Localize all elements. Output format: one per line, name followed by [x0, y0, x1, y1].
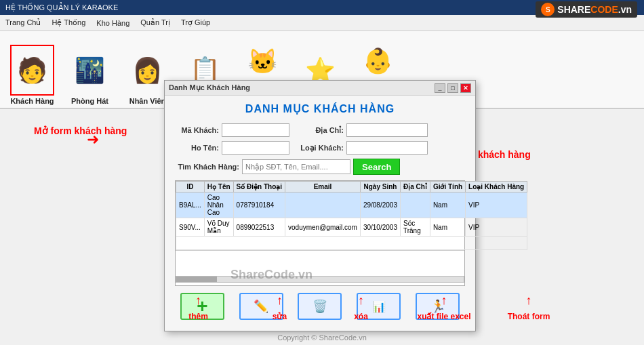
dialog-main-title: DANH MỤC KHÁCH HÀNG — [175, 102, 465, 115]
menu-tro-giup[interactable]: Trợ Giúp — [181, 18, 210, 27]
cell-email — [285, 192, 361, 218]
loai-khach-label: Loại Khách: — [300, 144, 344, 153]
form-group-loai-khach: Loại Khách: — [300, 141, 428, 155]
cell-sdt: 0787910184 — [233, 192, 285, 218]
watermark: ShareCode.vn — [230, 268, 313, 282]
data-table-wrap: ID Họ Tên Số Điện Thoại Email Ngày Sinh … — [175, 180, 465, 286]
arrow-sua: ↑ — [258, 293, 302, 308]
search-row: Tìm Khách Hàng: Search — [175, 159, 465, 175]
bottom-label-row: thêm sửa xóa xuất file excel Thoát form — [176, 312, 556, 321]
cell-type: VIP — [466, 192, 527, 218]
menu-he-thong[interactable]: Hệ Thống — [52, 18, 85, 27]
col-header-sdt: Số Điện Thoại — [233, 182, 285, 192]
label-thoat-form: Thoát form — [502, 312, 556, 321]
nhan-vien-icon: 👩 — [125, 45, 169, 96]
logo-icon: S — [541, 3, 555, 16]
cell-type: VIP — [466, 218, 527, 237]
col-header-id: ID — [176, 182, 205, 192]
cell-id: S90V... — [176, 218, 205, 237]
col-header-email: Email — [285, 182, 361, 192]
iconbar-item-khach-hang[interactable]: 🧑 Khách Hàng — [7, 45, 58, 105]
dialog-title-text: Danh Mục Khách Hàng — [169, 83, 250, 92]
annotation-mo-form: Mở form khách hàng — [34, 125, 127, 136]
cell-sdt: 0899022513 — [233, 218, 285, 237]
cell-email: voduymen@gmail.com — [285, 218, 361, 237]
search-input[interactable] — [242, 159, 350, 174]
cell-dia-chi: Sóc Trăng — [400, 218, 430, 237]
table-row[interactable]: B9AL... Cao Nhân Cao 0787910184 29/08/20… — [176, 192, 527, 218]
bottom-arrows: ↑ ↑ ↑ ↑ ↑ — [176, 293, 556, 308]
form-row-2: Ho Tên: Loại Khách: — [175, 141, 465, 155]
ho-ten-label: Ho Tên: — [175, 144, 219, 152]
dia-chi-label: Địa Chỉ: — [300, 126, 344, 135]
logo: S SHARECODE.vn — [536, 1, 637, 18]
cell-ho-ten: Cao Nhân Cao — [204, 192, 233, 218]
table-scrollbar[interactable] — [176, 276, 464, 283]
table-textarea-area — [176, 250, 464, 276]
dich-vu-icon: 🐱 — [241, 36, 285, 87]
copyright: Copyright © ShareCode.vn — [0, 333, 644, 342]
form-group-dia-chi: Địa Chỉ: — [300, 123, 428, 137]
table-row[interactable]: S90V... Võ Duy Mẫn 0899022513 voduymen@g… — [176, 218, 527, 237]
search-label: Tìm Khách Hàng: — [175, 163, 239, 171]
dia-chi-input[interactable] — [346, 123, 428, 137]
cell-dob: 29/08/2003 — [360, 192, 400, 218]
col-header-dob: Ngày Sinh — [360, 182, 400, 192]
col-header-dia-chi: Địa Chỉ — [400, 182, 430, 192]
col-header-loai-kh: Loại Khách Hàng — [466, 182, 527, 192]
menu-trang-chu[interactable]: Trang Chủ — [5, 18, 41, 27]
titlebar-text: HỆ THỐNG QUẢN LÝ KARAOKE — [5, 3, 118, 12]
thoat-icon: 👶 — [356, 35, 400, 86]
ma-khach-label: Mã Khách: — [175, 126, 219, 134]
form-group-ma-khach: Mã Khách: — [175, 123, 289, 137]
cell-ho-ten: Võ Duy Mẫn — [204, 218, 233, 237]
cell-gender: Nam — [430, 218, 465, 237]
label-them: thêm — [176, 312, 220, 321]
cell-id: B9AL... — [176, 192, 205, 218]
scrollbar-thumb — [176, 277, 217, 282]
menu-quan-tri[interactable]: Quản Trị — [140, 18, 170, 27]
arrow-thoat-form: ↑ — [502, 293, 556, 308]
dialog-close-button[interactable]: ✕ — [460, 83, 471, 93]
cell-gender: Nam — [430, 192, 465, 218]
phong-hat-icon: 🌃 — [68, 45, 112, 96]
menu-kho-hang[interactable]: Kho Hàng — [96, 19, 129, 27]
table-header-row: ID Họ Tên Số Điện Thoại Email Ngày Sinh … — [176, 182, 527, 192]
form-group-ho-ten: Ho Tên: — [175, 141, 289, 155]
dialog-maximize-button[interactable]: □ — [447, 83, 458, 93]
arrow-xoa: ↑ — [339, 293, 383, 308]
table-body: B9AL... Cao Nhân Cao 0787910184 29/08/20… — [176, 192, 527, 250]
cell-dob: 30/10/2003 — [360, 218, 400, 237]
ho-ten-input[interactable] — [222, 141, 289, 155]
dialog-titlebar: Danh Mục Khách Hàng _ □ ✕ — [165, 81, 475, 96]
ma-khach-input[interactable] — [222, 123, 289, 137]
dialog-controls: _ □ ✕ — [435, 83, 471, 93]
col-header-gioi-tinh: Giới Tính — [430, 182, 465, 192]
label-xoa: xóa — [339, 312, 383, 321]
arrow-them: ↑ — [176, 293, 220, 308]
label-sua: sửa — [258, 312, 302, 321]
table-row-empty — [176, 237, 527, 250]
khach-hang-icon: 🧑 — [10, 45, 54, 96]
iconbar-item-phong-hat[interactable]: 🌃 Phòng Hát — [64, 45, 115, 105]
arrow-mo-form: ➜ — [87, 131, 99, 148]
form-row-1: Mã Khách: Địa Chỉ: — [175, 123, 465, 137]
label-xuat-excel: xuất file excel — [417, 312, 471, 321]
table-header: ID Họ Tên Số Điện Thoại Email Ngày Sinh … — [176, 182, 527, 192]
search-button[interactable]: Search — [353, 159, 400, 175]
data-table: ID Họ Tên Số Điện Thoại Email Ngày Sinh … — [176, 181, 527, 250]
arrow-xuat-excel: ↑ — [417, 293, 471, 308]
cell-dia-chi — [400, 192, 430, 218]
loai-khach-input[interactable] — [346, 141, 428, 155]
dialog-minimize-button[interactable]: _ — [435, 83, 445, 93]
col-header-ho-ten: Họ Tên — [204, 182, 233, 192]
